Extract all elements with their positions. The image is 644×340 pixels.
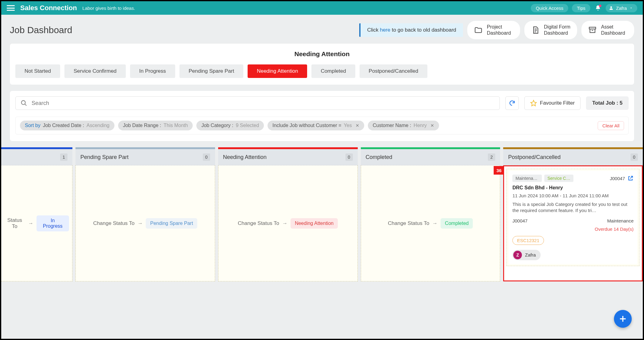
svg-marker-4 [531, 100, 536, 106]
tab-row: Not StartedService ConfirmedIn ProgressP… [15, 64, 629, 78]
old-dashboard-link[interactable]: here [380, 27, 390, 33]
notifications-button[interactable] [594, 4, 602, 12]
arrow-right-icon: → [28, 220, 33, 226]
filter-date-range[interactable]: Job Date Range : This Month [118, 121, 193, 130]
folder-icon [474, 26, 483, 34]
topbar-left: Sales Connection Labor gives birth to id… [7, 4, 135, 12]
tips-button[interactable]: Tips [572, 4, 590, 12]
page-title: Job Dashboard [10, 25, 72, 35]
tab-not-started[interactable]: Not Started [15, 64, 60, 78]
change-status-hint: Status To → In Progress [4, 215, 69, 231]
tab-postponed-cancelled[interactable]: Postponed/Cancelled [360, 64, 428, 78]
column-header: Postponed/Cancelled 0 [503, 149, 643, 165]
content: Needing Attention Not StartedService Con… [1, 44, 643, 141]
favourite-filter-button[interactable]: Favourite Filter [524, 96, 580, 110]
nav-label: ProjectDashboard [487, 24, 511, 36]
column-body[interactable]: Status To → In Progress [1, 165, 72, 281]
attention-title: Needing Attention [15, 50, 629, 58]
filter-include-no-customer[interactable]: Include Job without Customer = Yes ✕ [268, 121, 364, 130]
search-box[interactable] [15, 96, 500, 110]
job-overdue: Overdue 14 Day(s) [512, 226, 634, 232]
old-dash-pre: Click [367, 27, 380, 33]
column-body[interactable]: Change Status To → Pending Spare Part [75, 165, 215, 281]
status-tag: Completed [441, 218, 473, 229]
add-button[interactable] [614, 310, 632, 328]
brand: Sales Connection [20, 4, 77, 12]
notification-dot-icon [599, 5, 601, 7]
header-right: Click here to go back to old dashboard P… [359, 21, 634, 39]
refresh-icon [509, 100, 515, 106]
job-time: 11 Jun 2024 10:00 AM - 11 Jun 2024 11:00… [512, 193, 634, 198]
job-card[interactable]: Maintenan… Service C… J00047 DRC Sdn Bhd… [509, 171, 637, 264]
change-status-hint: Change Status To → Pending Spare Part [79, 218, 212, 229]
quick-access-button[interactable]: Quick Access [531, 4, 568, 12]
filter-row: Sort by Job Created Date : Ascending Job… [15, 117, 629, 134]
job-type: Maintenance [607, 218, 634, 223]
change-status-hint: Change Status To → Needing Attention [222, 218, 354, 229]
status-tag: Needing Attention [291, 218, 338, 229]
open-in-new-icon[interactable] [627, 175, 634, 181]
close-icon[interactable]: ✕ [430, 123, 434, 128]
job-escalation-badge[interactable]: ESC12321 [512, 236, 544, 245]
arrow-right-icon: → [432, 220, 438, 226]
tab-needing-attention[interactable]: Needing Attention [248, 64, 307, 78]
column-header: Pending Spare Part 0 [75, 149, 215, 165]
kanban-column: 1 Status To → In Progress [1, 147, 72, 281]
close-icon[interactable]: ✕ [356, 123, 359, 128]
job-title: DRC Sdn Bhd - Henry [512, 185, 634, 191]
column-count: 2 [488, 153, 495, 161]
tab-in-progress[interactable]: In Progress [130, 64, 175, 78]
column-body[interactable]: 36 Maintenan… Service C… J00047 DRC Sdn … [503, 165, 643, 281]
column-count: 0 [631, 153, 638, 161]
star-icon [530, 100, 537, 106]
refresh-button[interactable] [505, 96, 519, 110]
svg-line-3 [25, 104, 26, 106]
column-body[interactable]: Change Status To → Needing Attention [218, 165, 358, 281]
job-tags: Maintenan… Service C… J00047 [512, 175, 634, 182]
archive-icon [588, 26, 597, 34]
filter-sortby[interactable]: Sort by Job Created Date : Ascending [20, 121, 114, 130]
arrow-right-icon: → [282, 220, 287, 226]
column-header: Completed 2 [361, 149, 500, 165]
nav-label: Digital FormDashboard [544, 24, 570, 36]
nav-label: AssetDashboard [601, 24, 625, 36]
job-tag-maintenance: Maintenan… [512, 175, 542, 182]
nav-asset-dashboard[interactable]: AssetDashboard [581, 21, 634, 39]
nav-digital-form-dashboard[interactable]: Digital FormDashboard [524, 21, 577, 39]
tab-pending-spare-part[interactable]: Pending Spare Part [179, 64, 243, 78]
tagline: Labor gives birth to ideas. [83, 6, 135, 11]
tab-service-confirmed[interactable]: Service Confirmed [64, 64, 126, 78]
column-name: Completed [366, 154, 392, 160]
search-input[interactable] [32, 100, 495, 106]
filter-customer-name[interactable]: Customer Name : Henry ✕ [368, 121, 439, 130]
job-assignee-chip[interactable]: Z Zafra [512, 250, 541, 260]
filter-category[interactable]: Job Category : 9 Selected [196, 121, 264, 130]
column-count: 0 [345, 153, 353, 161]
job-tag-service: Service C… [544, 175, 573, 182]
kanban-column-highlighted: Postponed/Cancelled 0 36 Maintenan… Serv… [503, 147, 643, 281]
status-tag: In Progress [37, 215, 69, 231]
column-count: 0 [203, 153, 210, 161]
attention-panel: Needing Attention Not StartedService Con… [10, 44, 634, 85]
column-body[interactable]: Change Status To → Completed [361, 165, 500, 281]
kanban-column: Completed 2 Change Status To → Completed [361, 147, 500, 281]
clear-all-button[interactable]: Clear All [598, 121, 624, 130]
search-icon [21, 100, 27, 106]
column-header: Needing Attention 0 [218, 149, 358, 165]
column-name: Pending Spare Part [80, 154, 129, 160]
job-id-bottom: J00047 [512, 218, 527, 223]
user-menu[interactable]: Zafra [606, 4, 637, 12]
svg-point-2 [21, 101, 25, 105]
status-tag: Pending Spare Part [146, 218, 197, 229]
plus-icon [619, 315, 627, 323]
topbar-right: Quick Access Tips Zafra [531, 4, 637, 12]
column-name: Needing Attention [223, 154, 267, 160]
menu-icon[interactable] [7, 5, 15, 11]
avatar: Z [513, 251, 522, 259]
nav-project-dashboard[interactable]: ProjectDashboard [467, 21, 520, 39]
fav-filter-label: Favourite Filter [540, 100, 575, 106]
job-card-dropzone[interactable]: Maintenan… Service C… J00047 DRC Sdn Bhd… [507, 169, 639, 266]
tab-completed[interactable]: Completed [311, 64, 355, 78]
assignee-name: Zafra [525, 252, 536, 257]
old-dash-post: to go back to old dashboard [390, 27, 456, 33]
